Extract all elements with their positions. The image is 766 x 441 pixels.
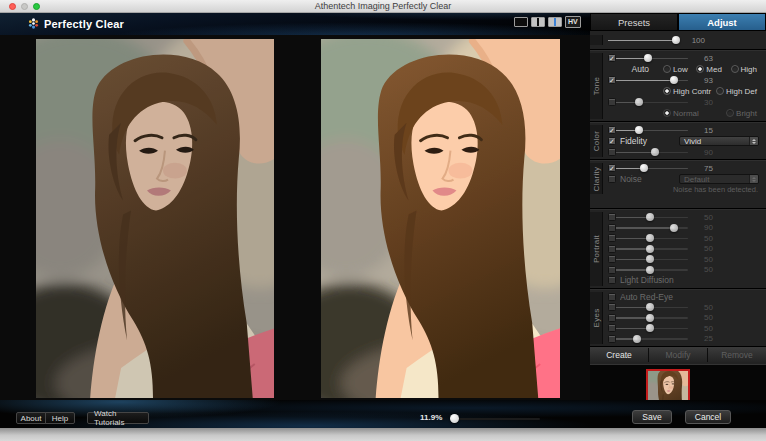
slider-opacity[interactable] — [608, 35, 680, 45]
radio-med[interactable]: Med — [696, 65, 722, 74]
watch-tutorials-button[interactable]: Watch Tutorials — [87, 412, 149, 424]
hv-toggle-button[interactable]: HV — [565, 16, 581, 28]
slider-shine-removal[interactable] — [616, 265, 688, 275]
checkbox-tint-correction[interactable] — [608, 148, 616, 156]
zoom-slider-thumb[interactable] — [450, 414, 459, 423]
slider-thumb-tint-correction[interactable] — [651, 148, 659, 156]
slider-thumb-face-slimming[interactable] — [646, 245, 654, 253]
checkbox-eye-enhance[interactable] — [608, 303, 616, 311]
slider-thumb-sharpening[interactable] — [640, 164, 648, 172]
slider-thumb-blemish-removal[interactable] — [646, 255, 654, 263]
create-button[interactable]: Create — [590, 348, 649, 362]
tab-presets[interactable]: Presets — [590, 13, 678, 31]
checkbox-auto-red-eye[interactable] — [608, 293, 616, 301]
dropdown-fidelity[interactable]: Vivid — [679, 136, 759, 146]
checkbox-sharpening[interactable]: ✓ — [608, 164, 616, 172]
checkbox-skin-depth-bias[interactable] — [608, 98, 616, 106]
slider-thumb-exposure[interactable] — [644, 54, 652, 62]
photo-before[interactable] — [36, 39, 274, 398]
row-perfectly-smooth: Perfectly Smooth50 — [603, 212, 675, 223]
slider-thumb-shine-removal[interactable] — [646, 266, 654, 274]
slider-vibrancy[interactable] — [616, 125, 688, 135]
slider-dark-circles[interactable] — [616, 323, 688, 333]
slider-blemish-removal[interactable] — [616, 254, 688, 264]
photo-stage — [0, 35, 590, 400]
slider-perfectly-smooth[interactable] — [616, 212, 688, 222]
modify-button[interactable]: Modify — [649, 348, 708, 362]
checkbox-vibrancy[interactable]: ✓ — [608, 126, 616, 134]
label-fidelity: Fidelity — [620, 136, 679, 146]
tab-adjust[interactable]: Adjust — [678, 13, 766, 31]
slider-exposure[interactable] — [616, 53, 688, 63]
checkbox-depth[interactable]: ✓ — [608, 76, 616, 84]
radio-dot-med — [696, 65, 704, 73]
two-up-view-icon[interactable] — [531, 17, 545, 27]
radio-high[interactable]: High — [731, 65, 757, 74]
slider-thumb-teeth-whitening[interactable] — [646, 234, 654, 242]
section-label-portrait: Portrait — [590, 212, 603, 286]
checkbox-blemish-removal[interactable] — [608, 255, 616, 263]
radio-high-def[interactable]: High Def — [716, 87, 757, 96]
checkbox-dark-circles[interactable] — [608, 324, 616, 332]
checkbox-face-slimming[interactable] — [608, 245, 616, 253]
value-teeth-whitening: 50 — [693, 234, 713, 243]
checkbox-light-diffusion[interactable] — [608, 276, 616, 284]
help-button[interactable]: Help — [45, 412, 75, 424]
split-view-icon[interactable] — [548, 17, 562, 27]
value-face-slimming: 50 — [693, 244, 713, 253]
checkbox-eye-enlarge[interactable] — [608, 314, 616, 322]
view-mode-toolbar: HV — [514, 16, 581, 28]
row-eye-enlarge: Eye Enlarge50 — [603, 313, 675, 324]
label-light-diffusion: Light Diffusion — [620, 275, 763, 285]
remove-button[interactable]: Remove — [708, 348, 766, 362]
cancel-button[interactable]: Cancel — [685, 410, 731, 424]
slider-eye-enhance[interactable] — [616, 302, 688, 312]
slider-tint-correction[interactable] — [616, 147, 688, 157]
radio-bright[interactable]: Bright — [726, 109, 757, 118]
checkbox-skin-tone[interactable] — [608, 224, 616, 232]
slider-thumb-depth[interactable] — [670, 76, 678, 84]
section-label-opacity — [590, 35, 603, 45]
checkbox-perfectly-smooth[interactable] — [608, 213, 616, 221]
slider-sharpening[interactable] — [616, 163, 688, 173]
section-color: Color✓Vibrancy15✓FidelityVividTint Corre… — [590, 122, 766, 160]
slider-thumb-dark-circles[interactable] — [646, 324, 654, 332]
slider-thumb-skin-tone[interactable] — [670, 224, 678, 232]
slider-thumb-eye-enlarge[interactable] — [646, 314, 654, 322]
radio-high-contr[interactable]: High Contr — [663, 87, 711, 96]
about-button[interactable]: About — [16, 412, 46, 424]
noise-detected-note: Noise has been detected. — [608, 185, 762, 194]
stepper-icon — [749, 175, 758, 183]
slider-thumb-perfectly-smooth[interactable] — [646, 213, 654, 221]
checkbox-fidelity[interactable]: ✓ — [608, 137, 616, 145]
checkbox-teeth-whitening[interactable] — [608, 234, 616, 242]
slider-catchlight[interactable] — [616, 334, 688, 344]
app-logo-text: Perfectly Clear — [44, 18, 124, 30]
slider-thumb-catchlight[interactable] — [633, 335, 641, 343]
slider-face-slimming[interactable] — [616, 244, 688, 254]
section-label-clarity: Clarity — [590, 163, 603, 194]
checkbox-catchlight[interactable] — [608, 335, 616, 343]
radio-low[interactable]: Low — [663, 65, 688, 74]
slider-skin-tone[interactable] — [616, 223, 688, 233]
checkbox-exposure[interactable]: ✓ — [608, 54, 616, 62]
single-view-icon[interactable] — [514, 17, 528, 27]
slider-skin-depth-bias[interactable] — [616, 97, 688, 107]
checkbox-noise[interactable] — [608, 175, 616, 183]
radio-dot-bright — [726, 109, 734, 117]
dropdown-noise[interactable]: Default — [679, 174, 759, 184]
slider-teeth-whitening[interactable] — [616, 233, 688, 243]
panel-sections: Opacity100Tone✓Exposure63AutoLowMedHigh✓… — [590, 31, 766, 347]
slider-thumb-eye-enhance[interactable] — [646, 303, 654, 311]
slider-eye-enlarge[interactable] — [616, 313, 688, 323]
radio-normal[interactable]: Normal — [663, 109, 699, 118]
slider-thumb-opacity[interactable] — [672, 36, 680, 44]
slider-thumb-vibrancy[interactable] — [635, 126, 643, 134]
slider-thumb-skin-depth-bias[interactable] — [635, 98, 643, 106]
save-button[interactable]: Save — [632, 410, 672, 424]
checkbox-shine-removal[interactable] — [608, 266, 616, 274]
row-opacity: Opacity100 — [603, 35, 675, 45]
photo-after[interactable] — [321, 39, 560, 398]
zoom-slider-track[interactable] — [452, 418, 540, 420]
slider-depth[interactable] — [616, 75, 688, 85]
